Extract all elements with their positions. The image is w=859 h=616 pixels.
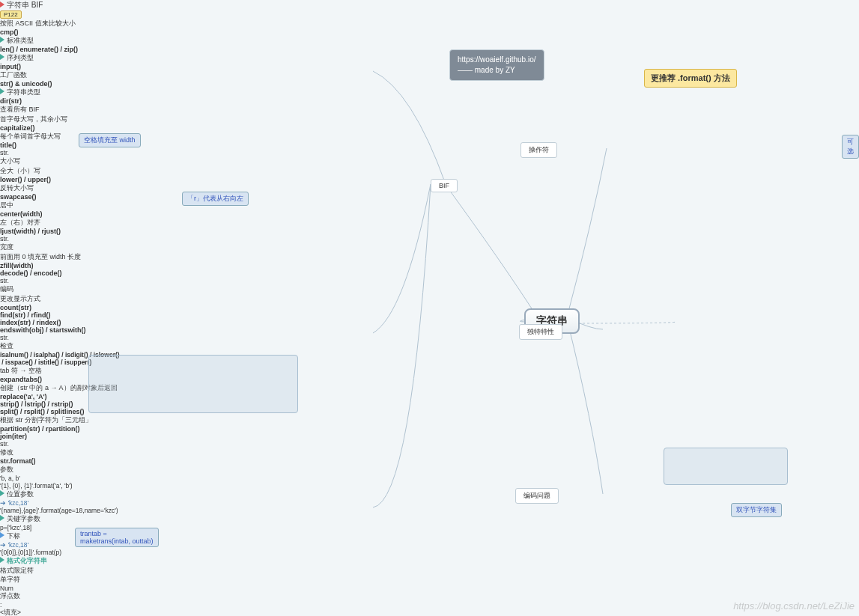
tr-callout: trantab = maketrans(intab, outtab)	[75, 528, 159, 547]
join: join(iter)	[0, 433, 859, 440]
count: count(str)	[0, 304, 859, 311]
center-fn: center(width)	[0, 210, 859, 218]
fmt-title: 格式化字符串	[0, 556, 859, 566]
find: find(str) / rfind()	[0, 311, 859, 319]
kw: 关键字参数	[0, 514, 859, 524]
spec-single: 单字符	[0, 576, 859, 585]
cmp-fn: cmp()	[0, 28, 859, 36]
bif-branch: BIF	[431, 179, 458, 192]
swap-d: 反转大小写	[0, 183, 859, 193]
swap-fn: swapcase()	[0, 193, 859, 201]
unique-branch: 独特特性	[519, 324, 562, 340]
enc-branch: 编码问题	[515, 488, 559, 504]
part-fn: partition(str) / rpartition()	[0, 425, 859, 433]
pos: 位置参数	[0, 490, 859, 499]
encode-str: str.	[0, 277, 859, 284]
ljust-fn: ljust(width) / rjust()	[0, 228, 859, 235]
ex2-in: ➔ 'kzc,18'	[0, 499, 859, 507]
index: index(str) / rindex()	[0, 319, 859, 326]
case-str: str.	[0, 149, 859, 156]
caps-d: 首字母大写，其余小写	[0, 115, 859, 124]
upper-fn: lower() / upper()	[0, 176, 859, 183]
zfill-d: 前面用 0 填充至 width 长度	[0, 252, 859, 262]
rec-box: 更推荐 .format() 方法	[644, 69, 737, 88]
ex2-fn: '{name},{age}'.format(age=18,name='kzc')	[0, 507, 859, 514]
encode-fn: decode() / encode()	[0, 269, 859, 277]
dir: dir(str)	[0, 97, 859, 105]
ex4-fn: '{0[0]},{0[1]}'.format(p)	[0, 549, 859, 556]
bif-sub: 字符串 BIF	[0, 0, 859, 10]
len-fn: len() / enumerate() / zip()	[0, 46, 859, 53]
encode-grp: 编码	[0, 284, 859, 294]
callout-width: 空格填充至 width	[79, 133, 141, 147]
width-str: str.	[0, 235, 859, 243]
dbcs-note: 双字节字符集	[731, 503, 782, 517]
cmp-desc: 按照 ASCII 值来比较大小	[0, 19, 859, 28]
endswith: endswith(obj) / startswith()	[0, 326, 859, 334]
center-d: 居中	[0, 201, 859, 210]
fmt-spec: 格式限定符	[0, 566, 859, 576]
upper-d: 全大（小）写	[0, 166, 859, 176]
check: 检查	[0, 341, 859, 351]
bif-tag: P122	[0, 10, 859, 19]
factory-flag: 字符串类型	[0, 88, 859, 97]
width-grp: 宽度	[0, 243, 859, 252]
part-d: 根据 str 分割字符为「三元组」	[0, 415, 859, 425]
varenc-box	[664, 448, 788, 485]
spec-box	[88, 355, 298, 413]
case-grp: 大小写	[0, 156, 859, 166]
attr-url: https://woaielf.github.io/	[458, 55, 536, 65]
find-note: 「r」代表从右向左	[182, 192, 249, 206]
caps-fn: capitalize()	[0, 124, 859, 132]
disp-change: 更改显示方式	[0, 294, 859, 304]
zfill-fn: zfill(width)	[0, 262, 859, 269]
dir-note: 查看所有 BIF	[0, 105, 859, 115]
spec-float: 浮点数	[0, 592, 859, 601]
spec-num: Num	[0, 585, 859, 592]
check-str: str.	[0, 334, 859, 341]
opt-side: 可选	[842, 135, 859, 159]
attribution: https://woaielf.github.io/ —— made by ZY	[449, 49, 544, 81]
watermark: https://blog.csdn.net/LeZiJie	[733, 600, 855, 612]
len-flag: 序列类型	[0, 53, 859, 63]
attr-by: —— made by ZY	[458, 65, 536, 76]
cmp-flag: 标准类型	[0, 36, 859, 46]
ljust-d: 左（右）对齐	[0, 218, 859, 228]
modify-str: str.	[0, 440, 859, 448]
spec-fill: <填充>	[0, 609, 859, 616]
op-branch: 操作符	[520, 142, 557, 158]
colon: :	[0, 601, 859, 609]
